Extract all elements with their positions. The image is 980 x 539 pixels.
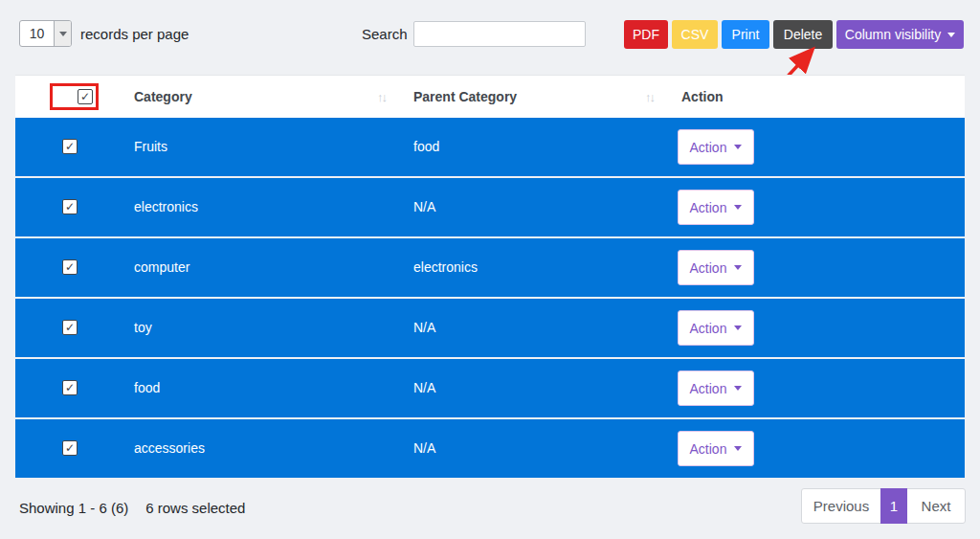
csv-button-label: CSV: [681, 27, 709, 42]
pagination-next-button[interactable]: Next: [907, 489, 965, 523]
row-action-dropdown-button[interactable]: Action: [678, 250, 754, 285]
category-cell: accessories: [134, 419, 205, 478]
showing-info-text: Showing 1 - 6 (6): [19, 500, 128, 516]
records-per-page-value: 10: [20, 21, 54, 46]
table-row[interactable]: ✓ food N/A Action: [15, 359, 965, 417]
table-row[interactable]: ✓ Fruits food Action: [15, 118, 965, 176]
pagination-current-page[interactable]: 1: [880, 488, 907, 524]
caret-down-icon: [734, 205, 742, 210]
column-header-category[interactable]: Category: [134, 76, 192, 119]
table-header-row: ✓ Category ↑↓ Parent Category ↑↓ Action: [15, 75, 965, 118]
sort-icon[interactable]: ↑↓: [377, 76, 386, 119]
delete-button-label: Delete: [784, 27, 822, 42]
category-cell: Fruits: [134, 118, 167, 176]
parent-category-cell: electronics: [413, 238, 478, 297]
action-button-label: Action: [690, 441, 727, 457]
caret-down-icon: [734, 446, 742, 451]
caret-down-icon: [734, 326, 742, 330]
row-checkbox[interactable]: ✓: [62, 259, 78, 275]
category-cell: food: [134, 359, 160, 417]
caret-down-icon: [734, 145, 742, 149]
delete-button[interactable]: Delete: [773, 20, 833, 49]
parent-category-cell: N/A: [413, 419, 435, 478]
row-checkbox[interactable]: ✓: [62, 380, 78, 395]
category-cell: electronics: [134, 178, 198, 236]
row-checkbox[interactable]: ✓: [62, 440, 78, 456]
row-action-dropdown-button[interactable]: Action: [678, 431, 754, 466]
pagination-previous-button[interactable]: Previous: [802, 489, 880, 523]
select-caret-box: [54, 21, 71, 46]
category-cell: computer: [134, 238, 189, 297]
action-button-label: Action: [690, 140, 727, 155]
row-checkbox[interactable]: ✓: [62, 199, 78, 214]
search-input[interactable]: [413, 21, 586, 47]
row-action-dropdown-button[interactable]: Action: [678, 129, 754, 165]
column-header-action: Action: [681, 76, 724, 119]
rows-selected-text: 6 rows selected: [145, 500, 245, 516]
records-per-page-label: records per page: [80, 26, 189, 42]
action-button-label: Action: [690, 321, 727, 336]
records-per-page-select[interactable]: 10: [19, 20, 72, 47]
pdf-export-button[interactable]: PDF: [624, 20, 668, 49]
csv-export-button[interactable]: CSV: [672, 20, 718, 49]
column-visibility-label: Column visibility: [845, 27, 941, 42]
print-button-label: Print: [732, 27, 760, 42]
row-checkbox[interactable]: ✓: [62, 139, 78, 154]
action-button-label: Action: [690, 381, 727, 396]
row-checkbox[interactable]: ✓: [62, 320, 78, 335]
caret-down-icon: [947, 33, 955, 37]
action-button-label: Action: [690, 200, 727, 215]
select-all-checkbox[interactable]: ✓: [78, 89, 93, 104]
table-info-bar: Showing 1 - 6 (6) 6 rows selected: [19, 500, 245, 516]
category-list-page: { "controls": { "length_value": "10", "l…: [0, 0, 980, 539]
chevron-down-icon: [59, 32, 67, 36]
column-visibility-dropdown-button[interactable]: Column visibility: [836, 20, 964, 49]
column-header-parent-category[interactable]: Parent Category: [413, 76, 517, 119]
category-cell: toy: [134, 299, 152, 357]
row-action-dropdown-button[interactable]: Action: [678, 310, 754, 346]
caret-down-icon: [734, 386, 742, 391]
row-action-dropdown-button[interactable]: Action: [678, 190, 754, 225]
table-row[interactable]: ✓ computer electronics Action: [15, 238, 965, 297]
pagination: Previous 1 Next: [801, 488, 966, 524]
pdf-button-label: PDF: [633, 27, 659, 42]
row-action-dropdown-button[interactable]: Action: [678, 371, 754, 406]
parent-category-cell: food: [413, 118, 439, 176]
caret-down-icon: [734, 265, 742, 270]
category-table: ✓ Category ↑↓ Parent Category ↑↓ Action …: [15, 75, 965, 478]
table-row[interactable]: ✓ electronics N/A Action: [15, 178, 965, 236]
print-button[interactable]: Print: [722, 20, 769, 49]
parent-category-cell: N/A: [413, 299, 435, 357]
table-row[interactable]: ✓ accessories N/A Action: [15, 419, 965, 478]
search-label: Search: [362, 26, 408, 42]
sort-icon[interactable]: ↑↓: [645, 76, 654, 119]
action-button-label: Action: [690, 260, 727, 276]
parent-category-cell: N/A: [413, 359, 435, 417]
table-row[interactable]: ✓ toy N/A Action: [15, 299, 965, 357]
parent-category-cell: N/A: [413, 178, 435, 236]
